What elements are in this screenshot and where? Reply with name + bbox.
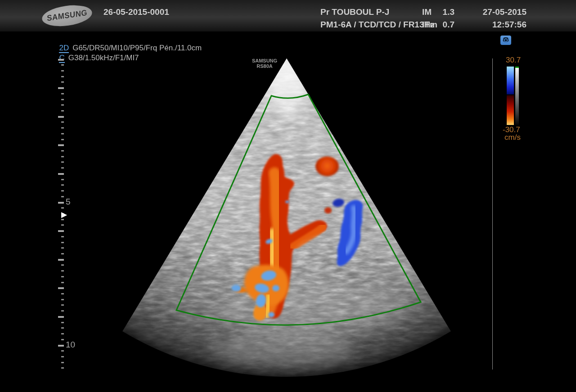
ultrasound-image [0,0,576,392]
ultrasound-screen: { "topbar": { "logo_text": "SAMSUNG", "e… [0,0,576,392]
doppler-small-red-dot [324,207,332,214]
sector-image-group [122,58,451,377]
doppler-yellow-bottom [266,297,269,316]
doppler-red-blob [315,156,339,176]
